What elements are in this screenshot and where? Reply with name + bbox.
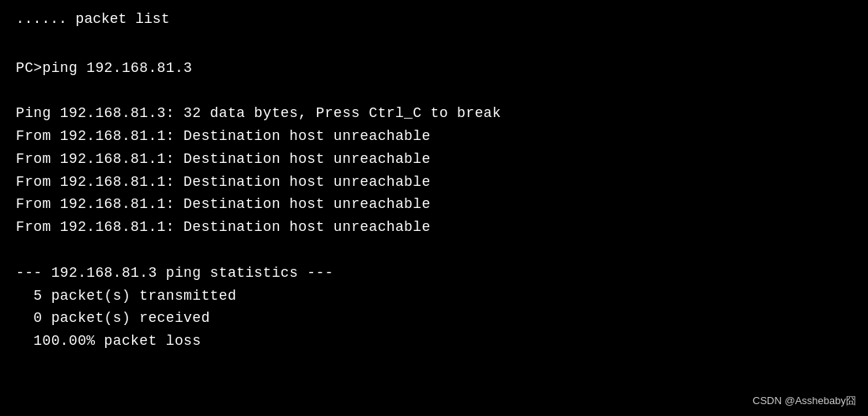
unreachable-line-5: From 192.168.81.1: Destination host unre… xyxy=(16,216,852,239)
ping-command-line: PC>ping 192.168.81.3 xyxy=(16,57,852,80)
loss-line: 100.00% packet loss xyxy=(16,330,852,353)
empty-line-2 xyxy=(16,79,852,102)
terminal-window: ...... packet list PC>ping 192.168.81.3 … xyxy=(0,0,868,416)
unreachable-line-4: From 192.168.81.1: Destination host unre… xyxy=(16,193,852,216)
truncated-line: ...... packet list xyxy=(16,8,852,31)
unreachable-line-3: From 192.168.81.1: Destination host unre… xyxy=(16,171,852,194)
stats-header-line: --- 192.168.81.3 ping statistics --- xyxy=(16,262,852,285)
transmitted-line: 5 packet(s) transmitted xyxy=(16,285,852,308)
empty-line-1 xyxy=(16,34,852,57)
ping-info-line: Ping 192.168.81.3: 32 data bytes, Press … xyxy=(16,102,852,125)
unreachable-line-2: From 192.168.81.1: Destination host unre… xyxy=(16,148,852,171)
received-line: 0 packet(s) received xyxy=(16,307,852,330)
empty-line-3 xyxy=(16,239,852,262)
unreachable-line-1: From 192.168.81.1: Destination host unre… xyxy=(16,125,852,148)
watermark-text: CSDN @Asshebaby囧 xyxy=(753,394,856,408)
